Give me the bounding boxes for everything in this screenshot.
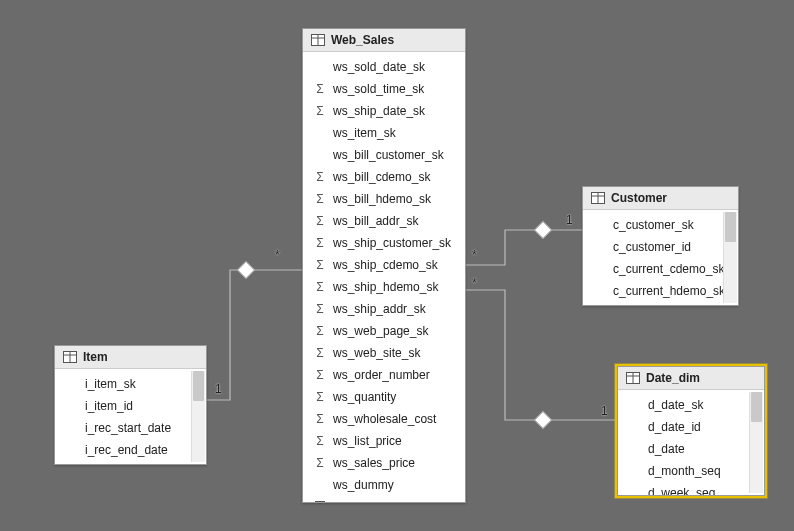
table-title: Date_dim — [646, 371, 700, 385]
field-row[interactable]: Σws_list_price — [303, 430, 465, 452]
field-name: c_customer_id — [613, 238, 691, 256]
field-row[interactable]: c_customer_sk — [583, 214, 738, 236]
field-row[interactable]: c_current_cdemo_sk — [583, 258, 738, 280]
table-title: Web_Sales — [331, 33, 394, 47]
field-row[interactable]: Σws_quantity — [303, 386, 465, 408]
sigma-icon: Σ — [313, 256, 327, 274]
table-icon — [626, 372, 640, 384]
field-name: ws_web_site_sk — [333, 344, 420, 362]
field-name: ws_sales_price — [333, 454, 415, 472]
field-row[interactable]: ws_dummy — [303, 474, 465, 496]
sigma-icon: Σ — [313, 454, 327, 472]
field-row[interactable]: c_current_hdemo_sk — [583, 280, 738, 302]
table-header[interactable]: Customer — [583, 187, 738, 210]
field-name: i_item_id — [85, 397, 133, 415]
field-row[interactable]: c_customer_id — [583, 236, 738, 258]
cardinality-label: 1 — [601, 404, 608, 418]
field-row[interactable]: d_month_seq — [618, 460, 764, 482]
table-date-dim[interactable]: Date_dim d_date_skd_date_idd_dated_month… — [617, 366, 765, 496]
svg-rect-1 — [535, 222, 552, 239]
sigma-icon: Σ — [313, 322, 327, 340]
field-row[interactable]: Σws_bill_hdemo_sk — [303, 188, 465, 210]
field-row[interactable]: Σws_order_number — [303, 364, 465, 386]
table-header[interactable]: Date_dim — [618, 367, 764, 390]
table-item[interactable]: Item i_item_ski_item_idi_rec_start_datei… — [54, 345, 207, 465]
svg-rect-2 — [535, 412, 552, 429]
field-name: d_week_seq — [648, 484, 715, 495]
field-name: ws_ship_addr_sk — [333, 300, 426, 318]
field-name: ws_bill_addr_sk — [333, 212, 418, 230]
field-row[interactable]: Σws_sales_price — [303, 452, 465, 474]
field-row[interactable]: d_date — [618, 438, 764, 460]
scrollbar[interactable] — [191, 371, 205, 462]
field-row[interactable]: Σws_ship_customer_sk — [303, 232, 465, 254]
field-list: i_item_ski_item_idi_rec_start_datei_rec_… — [55, 369, 206, 464]
field-list: d_date_skd_date_idd_dated_month_seqd_wee… — [618, 390, 764, 495]
field-name: c_customer_sk — [613, 216, 694, 234]
field-name: i_rec_end_date — [85, 441, 168, 459]
field-name: ws_item_sk — [333, 124, 396, 142]
field-name: ws_sold_date_sk — [333, 58, 425, 76]
field-row[interactable]: Σws_ship_hdemo_sk — [303, 276, 465, 298]
field-row[interactable]: Σws_web_page_sk — [303, 320, 465, 342]
field-name: ws_wholesale_cost — [333, 410, 436, 428]
table-icon — [63, 351, 77, 363]
sigma-icon: Σ — [313, 190, 327, 208]
field-row[interactable]: Σws_ship_date_sk — [303, 100, 465, 122]
field-row[interactable]: ws_item_sk — [303, 122, 465, 144]
sigma-icon: Σ — [313, 80, 327, 98]
field-row[interactable]: i_item_id — [55, 395, 206, 417]
field-name: d_date_sk — [648, 396, 703, 414]
field-name: c_current_cdemo_sk — [613, 260, 724, 278]
table-web-sales[interactable]: Web_Sales ws_sold_date_skΣws_sold_time_s… — [302, 28, 466, 503]
table-title: Customer — [611, 191, 667, 205]
field-row[interactable]: Σws_wholesale_cost — [303, 408, 465, 430]
field-row[interactable]: d_week_seq — [618, 482, 764, 495]
field-name: d_date — [648, 440, 685, 458]
field-row[interactable]: d_date_id — [618, 416, 764, 438]
table-customer[interactable]: Customer c_customer_skc_customer_idc_cur… — [582, 186, 739, 306]
field-name: SalesAmount — [333, 498, 404, 502]
table-icon — [591, 192, 605, 204]
field-row[interactable]: Σws_bill_cdemo_sk — [303, 166, 465, 188]
scrollbar[interactable] — [723, 212, 737, 303]
field-name: ws_bill_hdemo_sk — [333, 190, 431, 208]
field-row[interactable]: SalesAmount — [303, 496, 465, 502]
sigma-icon: Σ — [313, 212, 327, 230]
sigma-icon: Σ — [313, 388, 327, 406]
sigma-icon: Σ — [313, 344, 327, 362]
field-name: ws_web_page_sk — [333, 322, 428, 340]
field-name: d_month_seq — [648, 462, 721, 480]
cardinality-label: 1 — [566, 213, 573, 227]
scrollbar[interactable] — [749, 392, 763, 493]
table-header[interactable]: Web_Sales — [303, 29, 465, 52]
field-name: ws_quantity — [333, 388, 396, 406]
sigma-icon: Σ — [313, 300, 327, 318]
field-row[interactable]: Σws_ship_addr_sk — [303, 298, 465, 320]
field-row[interactable]: ws_bill_customer_sk — [303, 144, 465, 166]
sigma-icon: Σ — [313, 410, 327, 428]
field-list: ws_sold_date_skΣws_sold_time_skΣws_ship_… — [303, 52, 465, 502]
field-row[interactable]: Σws_sold_time_sk — [303, 78, 465, 100]
field-name: ws_list_price — [333, 432, 402, 450]
field-row[interactable]: i_rec_end_date — [55, 439, 206, 461]
field-row[interactable]: d_date_sk — [618, 394, 764, 416]
field-name: i_item_sk — [85, 375, 136, 393]
svg-rect-9 — [316, 502, 325, 503]
field-name: ws_order_number — [333, 366, 430, 384]
field-row[interactable]: i_rec_start_date — [55, 417, 206, 439]
field-row[interactable]: i_item_sk — [55, 373, 206, 395]
field-row[interactable]: Σws_bill_addr_sk — [303, 210, 465, 232]
field-row[interactable]: ws_sold_date_sk — [303, 56, 465, 78]
field-name: ws_ship_date_sk — [333, 102, 425, 120]
model-canvas[interactable]: 1 * * 1 * 1 Item i_item_ski_item_idi_rec… — [0, 0, 794, 531]
sigma-icon: Σ — [313, 432, 327, 450]
table-icon — [311, 34, 325, 46]
sigma-icon: Σ — [313, 366, 327, 384]
field-name: ws_dummy — [333, 476, 394, 494]
calculator-icon — [313, 501, 327, 502]
field-row[interactable]: Σws_ship_cdemo_sk — [303, 254, 465, 276]
field-row[interactable]: Σws_web_site_sk — [303, 342, 465, 364]
table-title: Item — [83, 350, 108, 364]
table-header[interactable]: Item — [55, 346, 206, 369]
